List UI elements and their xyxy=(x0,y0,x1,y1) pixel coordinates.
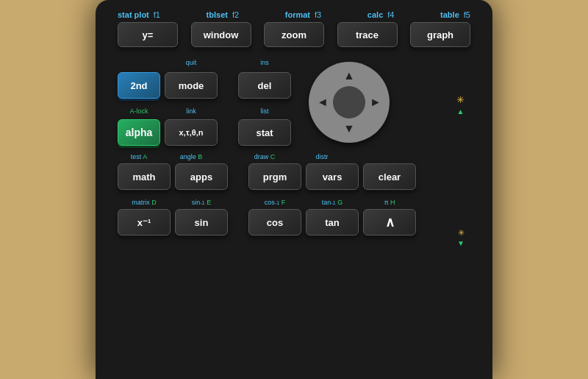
fn-key-f4: f4 xyxy=(387,10,394,19)
key-sin[interactable]: sin xyxy=(175,209,228,235)
label-link: link xyxy=(165,103,218,116)
nav-pad: ▲ ▼ ◄ ► xyxy=(309,62,390,143)
key-cos[interactable]: cos xyxy=(248,209,301,235)
fn-group-tblset: tblset f2 xyxy=(207,10,240,19)
key-apps[interactable]: apps xyxy=(175,163,228,190)
fn-label-calc: calc xyxy=(368,10,383,19)
sun-icon-2: ✳ xyxy=(458,228,465,238)
contrast-up-icon: ▲ xyxy=(457,107,465,116)
fn-key-f1: f1 xyxy=(154,10,160,19)
ann-draw: draw C xyxy=(254,153,276,160)
label-quit: quit xyxy=(165,54,218,68)
ann-sin-inv: sin-1 E xyxy=(192,199,211,206)
math-row: math apps prgm vars clear xyxy=(116,163,472,190)
key-prgm[interactable]: prgm xyxy=(248,163,301,190)
nav-up-button[interactable]: ▲ xyxy=(338,65,360,87)
nav-center xyxy=(333,86,365,118)
ann-pi: π H xyxy=(384,199,395,206)
key-mode[interactable]: mode xyxy=(165,72,218,99)
key-graph[interactable]: graph xyxy=(410,22,470,47)
key-window[interactable]: window xyxy=(191,22,251,47)
key-zoom[interactable]: zoom xyxy=(264,22,324,47)
fn-label-format: format xyxy=(285,10,310,19)
key-xinverse[interactable]: x⁻¹ xyxy=(118,209,171,235)
ann-matrix: matrix D xyxy=(132,199,157,206)
key-tan[interactable]: tan xyxy=(306,209,359,235)
key-trace[interactable]: trace xyxy=(337,22,398,47)
nav-left-button[interactable]: ◄ xyxy=(312,91,334,113)
nav-down-button[interactable]: ▼ xyxy=(338,118,360,140)
annotations-row1: test A angle B draw C distr xyxy=(116,149,472,162)
fn-label-tblset: tblset xyxy=(207,10,228,19)
ann-angle: angle B xyxy=(180,153,203,160)
fn-key-f5: f5 xyxy=(464,10,470,19)
fn-group-calc: calc f4 xyxy=(368,10,395,19)
ann-test: test A xyxy=(131,153,148,160)
fn-group-format: format f3 xyxy=(285,10,321,19)
label-alock: A-lock xyxy=(118,103,160,116)
key-2nd[interactable]: 2nd xyxy=(118,72,160,99)
key-clear[interactable]: clear xyxy=(363,163,416,190)
fn-key-f3: f3 xyxy=(315,10,321,19)
fn-label-table: table xyxy=(440,10,459,19)
fn-group-statplot: stat plot f1 xyxy=(118,10,160,19)
nav-right-button[interactable]: ► xyxy=(365,91,387,113)
bottom-row: x⁻¹ sin cos tan ∧ xyxy=(116,209,472,235)
nav-circle: ▲ ▼ ◄ ► xyxy=(309,62,390,143)
key-alpha[interactable]: alpha xyxy=(118,119,160,146)
ann-cos-inv: cos-1 F xyxy=(265,199,285,206)
ann-tan-inv: tan-1 G xyxy=(322,199,343,206)
contrast-down-icon: ▼ xyxy=(457,239,465,247)
annotations-row2: matrix D sin-1 E cos-1 F tan-1 G π H xyxy=(116,194,472,208)
fn-key-f2: f2 xyxy=(232,10,239,19)
top-key-row: y= window zoom trace graph xyxy=(116,22,472,47)
calculator-body: stat plot f1 tblset f2 format f3 calc f4… xyxy=(96,0,492,379)
key-stat[interactable]: stat xyxy=(238,119,291,146)
key-xthetanx[interactable]: x,τ,θ,n xyxy=(165,119,218,146)
key-yequals[interactable]: y= xyxy=(118,22,178,47)
fn-labels-row: stat plot f1 tblset f2 format f3 calc f4… xyxy=(116,7,472,21)
key-del[interactable]: del xyxy=(238,72,291,99)
brightness-icons-top: ✳ ▲ xyxy=(456,94,465,116)
key-caret[interactable]: ∧ xyxy=(363,209,416,235)
brightness-icons-bottom: ✳ ▼ xyxy=(457,228,465,247)
key-vars[interactable]: vars xyxy=(306,163,359,190)
key-math[interactable]: math xyxy=(118,163,171,190)
label-ins: ins xyxy=(238,54,291,68)
label-list: list xyxy=(238,103,291,116)
fn-group-table: table f5 xyxy=(440,10,470,19)
ann-distr: distr xyxy=(315,153,328,160)
fn-label-statplot: stat plot xyxy=(118,10,149,19)
sun-icon: ✳ xyxy=(456,94,465,106)
